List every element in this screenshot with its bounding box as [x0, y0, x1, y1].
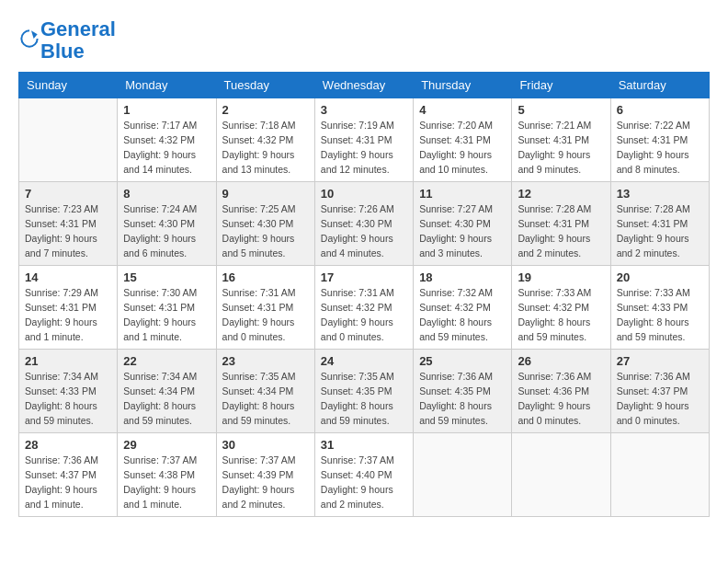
day-info: Sunrise: 7:18 AMSunset: 4:32 PMDaylight:… [222, 119, 309, 177]
day-info: Sunrise: 7:17 AMSunset: 4:32 PMDaylight:… [123, 119, 210, 177]
day-info: Sunrise: 7:29 AMSunset: 4:31 PMDaylight:… [25, 286, 111, 344]
calendar-cell: 26Sunrise: 7:36 AMSunset: 4:36 PMDayligh… [512, 350, 610, 433]
calendar-cell: 24Sunrise: 7:35 AMSunset: 4:35 PMDayligh… [314, 350, 413, 433]
day-number: 21 [25, 354, 111, 368]
day-number: 3 [321, 103, 407, 117]
calendar-cell: 10Sunrise: 7:26 AMSunset: 4:30 PMDayligh… [314, 182, 413, 266]
day-number: 22 [123, 354, 210, 368]
day-info: Sunrise: 7:35 AMSunset: 4:35 PMDaylight:… [321, 370, 407, 428]
calendar-cell: 29Sunrise: 7:37 AMSunset: 4:38 PMDayligh… [118, 433, 216, 517]
header: GeneralBlue [18, 18, 710, 63]
calendar-cell: 17Sunrise: 7:31 AMSunset: 4:32 PMDayligh… [314, 266, 413, 350]
day-number: 15 [123, 270, 210, 284]
calendar-cell [610, 433, 709, 517]
logo: GeneralBlue [18, 18, 116, 63]
day-number: 27 [617, 354, 703, 368]
day-number: 29 [123, 438, 210, 452]
calendar-cell: 5Sunrise: 7:21 AMSunset: 4:31 PMDaylight… [512, 98, 610, 182]
day-number: 26 [518, 354, 604, 368]
day-number: 5 [518, 103, 604, 117]
day-info: Sunrise: 7:33 AMSunset: 4:33 PMDaylight:… [617, 286, 703, 344]
week-row-3: 14Sunrise: 7:29 AMSunset: 4:31 PMDayligh… [19, 266, 710, 350]
day-number: 14 [25, 270, 111, 284]
day-info: Sunrise: 7:33 AMSunset: 4:32 PMDaylight:… [518, 286, 604, 344]
calendar-cell: 12Sunrise: 7:28 AMSunset: 4:31 PMDayligh… [512, 182, 610, 266]
calendar-cell: 28Sunrise: 7:36 AMSunset: 4:37 PMDayligh… [19, 433, 118, 517]
day-info: Sunrise: 7:37 AMSunset: 4:40 PMDaylight:… [321, 454, 407, 511]
day-info: Sunrise: 7:36 AMSunset: 4:35 PMDaylight:… [419, 370, 506, 428]
logo-icon [20, 29, 39, 48]
weekday-header-saturday: Saturday [610, 73, 709, 98]
day-number: 2 [222, 103, 309, 117]
calendar: SundayMondayTuesdayWednesdayThursdayFrid… [18, 72, 710, 517]
day-number: 19 [518, 270, 604, 284]
calendar-cell: 25Sunrise: 7:36 AMSunset: 4:35 PMDayligh… [414, 350, 512, 433]
week-row-5: 28Sunrise: 7:36 AMSunset: 4:37 PMDayligh… [19, 433, 710, 517]
day-number: 4 [419, 103, 506, 117]
day-number: 18 [419, 270, 506, 284]
day-info: Sunrise: 7:36 AMSunset: 4:36 PMDaylight:… [518, 370, 604, 428]
day-info: Sunrise: 7:34 AMSunset: 4:34 PMDaylight:… [123, 370, 210, 428]
day-number: 13 [617, 187, 703, 201]
weekday-header-tuesday: Tuesday [216, 73, 314, 98]
calendar-cell: 3Sunrise: 7:19 AMSunset: 4:31 PMDaylight… [314, 98, 413, 182]
day-info: Sunrise: 7:35 AMSunset: 4:34 PMDaylight:… [222, 370, 309, 428]
day-number: 8 [123, 187, 210, 201]
day-number: 10 [321, 187, 407, 201]
calendar-cell: 7Sunrise: 7:23 AMSunset: 4:31 PMDaylight… [19, 182, 118, 266]
day-number: 24 [321, 354, 407, 368]
calendar-cell: 11Sunrise: 7:27 AMSunset: 4:30 PMDayligh… [414, 182, 512, 266]
calendar-cell: 18Sunrise: 7:32 AMSunset: 4:32 PMDayligh… [414, 266, 512, 350]
weekday-header-monday: Monday [118, 73, 216, 98]
day-number: 25 [419, 354, 506, 368]
day-number: 17 [321, 270, 407, 284]
calendar-cell: 19Sunrise: 7:33 AMSunset: 4:32 PMDayligh… [512, 266, 610, 350]
day-number: 16 [222, 270, 309, 284]
day-info: Sunrise: 7:31 AMSunset: 4:31 PMDaylight:… [222, 286, 309, 344]
day-number: 7 [25, 187, 111, 201]
day-info: Sunrise: 7:25 AMSunset: 4:30 PMDaylight:… [222, 202, 309, 260]
day-info: Sunrise: 7:21 AMSunset: 4:31 PMDaylight:… [518, 119, 604, 177]
calendar-cell: 6Sunrise: 7:22 AMSunset: 4:31 PMDaylight… [610, 98, 709, 182]
day-number: 1 [123, 103, 210, 117]
day-info: Sunrise: 7:26 AMSunset: 4:30 PMDaylight:… [321, 202, 407, 260]
day-number: 6 [617, 103, 703, 117]
day-info: Sunrise: 7:28 AMSunset: 4:31 PMDaylight:… [617, 202, 703, 260]
day-number: 12 [518, 187, 604, 201]
weekday-header-wednesday: Wednesday [314, 73, 413, 98]
calendar-cell [512, 433, 610, 517]
day-number: 23 [222, 354, 309, 368]
calendar-cell: 22Sunrise: 7:34 AMSunset: 4:34 PMDayligh… [118, 350, 216, 433]
calendar-cell: 27Sunrise: 7:36 AMSunset: 4:37 PMDayligh… [610, 350, 709, 433]
day-info: Sunrise: 7:36 AMSunset: 4:37 PMDaylight:… [25, 454, 111, 511]
calendar-cell [414, 433, 512, 517]
calendar-cell: 1Sunrise: 7:17 AMSunset: 4:32 PMDaylight… [118, 98, 216, 182]
week-row-4: 21Sunrise: 7:34 AMSunset: 4:33 PMDayligh… [19, 350, 710, 433]
day-number: 30 [222, 438, 309, 452]
weekday-header-row: SundayMondayTuesdayWednesdayThursdayFrid… [19, 73, 710, 98]
calendar-cell: 31Sunrise: 7:37 AMSunset: 4:40 PMDayligh… [314, 433, 413, 517]
day-info: Sunrise: 7:36 AMSunset: 4:37 PMDaylight:… [617, 370, 703, 428]
calendar-cell: 21Sunrise: 7:34 AMSunset: 4:33 PMDayligh… [19, 350, 118, 433]
day-info: Sunrise: 7:23 AMSunset: 4:31 PMDaylight:… [25, 202, 111, 260]
logo-text: GeneralBlue [40, 18, 116, 63]
day-info: Sunrise: 7:20 AMSunset: 4:31 PMDaylight:… [419, 119, 506, 177]
calendar-cell: 14Sunrise: 7:29 AMSunset: 4:31 PMDayligh… [19, 266, 118, 350]
week-row-1: 1Sunrise: 7:17 AMSunset: 4:32 PMDaylight… [19, 98, 710, 182]
day-number: 28 [25, 438, 111, 452]
day-info: Sunrise: 7:24 AMSunset: 4:30 PMDaylight:… [123, 202, 210, 260]
calendar-cell: 13Sunrise: 7:28 AMSunset: 4:31 PMDayligh… [610, 182, 709, 266]
day-info: Sunrise: 7:37 AMSunset: 4:38 PMDaylight:… [123, 454, 210, 511]
weekday-header-friday: Friday [512, 73, 610, 98]
day-info: Sunrise: 7:30 AMSunset: 4:31 PMDaylight:… [123, 286, 210, 344]
day-info: Sunrise: 7:22 AMSunset: 4:31 PMDaylight:… [617, 119, 703, 177]
calendar-cell: 30Sunrise: 7:37 AMSunset: 4:39 PMDayligh… [216, 433, 314, 517]
day-info: Sunrise: 7:32 AMSunset: 4:32 PMDaylight:… [419, 286, 506, 344]
day-info: Sunrise: 7:34 AMSunset: 4:33 PMDaylight:… [25, 370, 111, 428]
calendar-cell: 15Sunrise: 7:30 AMSunset: 4:31 PMDayligh… [118, 266, 216, 350]
calendar-cell: 4Sunrise: 7:20 AMSunset: 4:31 PMDaylight… [414, 98, 512, 182]
day-number: 9 [222, 187, 309, 201]
calendar-cell: 9Sunrise: 7:25 AMSunset: 4:30 PMDaylight… [216, 182, 314, 266]
day-info: Sunrise: 7:19 AMSunset: 4:31 PMDaylight:… [321, 119, 407, 177]
day-info: Sunrise: 7:37 AMSunset: 4:39 PMDaylight:… [222, 454, 309, 511]
